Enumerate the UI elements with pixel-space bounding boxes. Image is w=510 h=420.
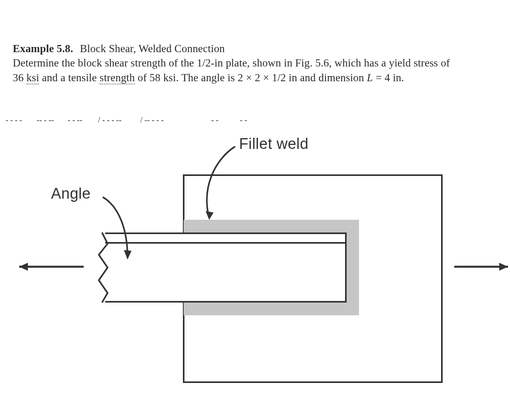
svg-rect-5 (345, 220, 359, 315)
angle-shape (99, 232, 346, 303)
svg-rect-6 (184, 302, 359, 315)
label-angle: Angle (51, 185, 91, 202)
figure: Fillet weld Angle (0, 0, 510, 420)
svg-marker-3 (19, 263, 28, 271)
right-force-arrow (454, 263, 508, 271)
figure-svg (0, 0, 510, 420)
page-root: Example 5.8. Block Shear, Welded Connect… (0, 0, 510, 420)
svg-rect-9 (99, 232, 105, 303)
svg-marker-1 (499, 263, 508, 271)
left-force-arrow (19, 263, 84, 271)
svg-rect-4 (184, 220, 359, 233)
label-fillet-weld: Fillet weld (239, 135, 308, 152)
